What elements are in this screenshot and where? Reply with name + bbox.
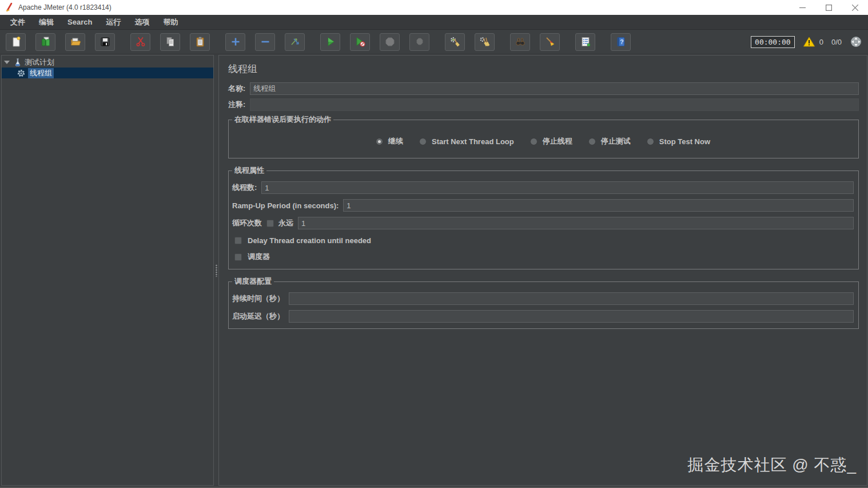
sampler-error-title: 在取样器错误后要执行的动作 — [232, 114, 333, 125]
remote-status-icon — [850, 35, 862, 48]
duration-input[interactable] — [289, 292, 854, 305]
threads-input[interactable] — [261, 181, 854, 194]
close-icon[interactable] — [842, 0, 868, 15]
comments-input[interactable] — [250, 98, 859, 111]
search-reset-button[interactable] — [540, 33, 560, 51]
stop-button[interactable] — [380, 33, 400, 51]
delay-creation-checkbox[interactable] — [234, 237, 242, 244]
radio-stop-test-now[interactable]: Stop Test Now — [647, 137, 710, 146]
log-errors-indicator[interactable]: 0 — [803, 36, 823, 47]
menu-options[interactable]: 选项 — [129, 15, 155, 29]
clear-all-button[interactable] — [475, 33, 495, 51]
scheduler-config-fieldset: 调度器配置 持续时间（秒） 启动延迟（秒） — [228, 276, 859, 329]
maximize-icon[interactable] — [815, 0, 842, 15]
start-no-pauses-button[interactable] — [350, 33, 370, 51]
name-row: 名称: — [228, 82, 859, 95]
tree-item-label[interactable]: 线程组 — [28, 68, 54, 78]
new-file-button[interactable] — [6, 33, 26, 51]
save-icon — [99, 36, 111, 47]
toolbar-group-run — [320, 33, 429, 51]
radio-start-next-loop[interactable]: Start Next Thread Loop — [419, 137, 514, 146]
tree-item-thread-group[interactable]: 线程组 — [2, 68, 213, 78]
delay-creation-label: Delay Thread creation until needed — [248, 236, 371, 245]
expand-all-button[interactable] — [225, 33, 245, 51]
toolbar-status-area: 00:00:00 0 0/0 — [751, 35, 862, 48]
copy-button[interactable] — [160, 33, 180, 51]
radio-stop-thread[interactable]: 停止线程 — [530, 136, 572, 146]
copy-icon — [165, 36, 176, 47]
paste-button[interactable] — [190, 33, 210, 51]
menu-search[interactable]: Search — [62, 16, 98, 28]
templates-button[interactable] — [35, 33, 55, 51]
search-button[interactable] — [510, 33, 530, 51]
toggle-button[interactable] — [285, 33, 305, 51]
search-binoculars-icon — [515, 36, 526, 47]
clear-all-broom-icon — [479, 36, 491, 47]
forever-label: 永远 — [278, 218, 293, 228]
svg-text:?: ? — [620, 38, 623, 45]
name-input[interactable] — [250, 82, 859, 95]
shutdown-button[interactable] — [409, 33, 429, 51]
function-helper-button[interactable] — [575, 33, 595, 51]
error-count: 0 — [819, 38, 823, 46]
radio-stop-test[interactable]: 停止测试 — [588, 136, 631, 146]
splitter-grip[interactable] — [216, 264, 217, 277]
radio-icon[interactable] — [419, 138, 427, 145]
open-button[interactable] — [65, 33, 85, 51]
menu-help[interactable]: 帮助 — [157, 15, 184, 29]
loop-count-label: 循环次数 — [232, 218, 262, 228]
forever-checkbox[interactable] — [266, 220, 274, 227]
startup-delay-row: 启动延迟（秒） — [232, 310, 854, 323]
scheduler-config-title: 调度器配置 — [232, 276, 274, 287]
test-plan-flask-icon — [13, 58, 22, 67]
startup-delay-input[interactable] — [289, 310, 854, 323]
delay-creation-row: Delay Thread creation until needed — [234, 236, 854, 245]
radio-icon[interactable] — [647, 138, 654, 145]
toolbar-group-edit — [130, 33, 210, 51]
rampup-row: Ramp-Up Period (in seconds): — [232, 199, 854, 212]
paste-clipboard-icon — [194, 36, 206, 47]
test-plan-tree: 测试计划 线程组 — [1, 55, 214, 486]
tree-item-label[interactable]: 测试计划 — [25, 57, 54, 68]
rampup-label: Ramp-Up Period (in seconds): — [232, 201, 339, 210]
search-reset-broom-icon — [544, 36, 556, 47]
shutdown-icon — [414, 36, 425, 47]
start-play-icon — [325, 36, 336, 47]
cut-button[interactable] — [130, 33, 150, 51]
rampup-input[interactable] — [343, 199, 854, 212]
scheduler-label: 调度器 — [248, 252, 270, 262]
start-button[interactable] — [320, 33, 340, 51]
comments-row: 注释: — [228, 98, 859, 111]
radio-icon[interactable] — [376, 138, 383, 145]
minimize-icon[interactable] — [789, 0, 815, 15]
toggle-arrows-icon — [289, 36, 301, 47]
radio-icon[interactable] — [588, 138, 596, 145]
help-button[interactable]: ? — [611, 33, 631, 51]
toolbar-group-tree — [225, 33, 305, 51]
menu-file[interactable]: 文件 — [5, 15, 31, 29]
scheduler-checkbox[interactable] — [234, 253, 242, 261]
help-book-icon: ? — [615, 36, 627, 47]
panel-title: 线程组 — [228, 62, 859, 76]
stop-octagon-icon — [384, 36, 396, 47]
watermark: 掘金技术社区 @ 不惑_ — [687, 454, 857, 476]
radio-icon[interactable] — [530, 138, 537, 145]
duration-row: 持续时间（秒） — [232, 292, 854, 305]
threads-row: 线程数: — [232, 181, 854, 194]
tree-expand-caret-icon[interactable] — [4, 61, 10, 64]
sampler-error-options: 继续 Start Next Thread Loop 停止线程 停止测试 Stop… — [232, 128, 854, 153]
clear-button[interactable] — [445, 33, 465, 51]
toolbar: ? 00:00:00 0 0/0 — [0, 30, 868, 54]
active-thread-count: 0/0 — [831, 38, 842, 46]
menu-edit[interactable]: 编辑 — [33, 15, 59, 29]
menu-run[interactable]: 运行 — [100, 15, 126, 29]
save-button[interactable] — [95, 33, 115, 51]
collapse-all-button[interactable] — [255, 33, 275, 51]
tree-main-splitter[interactable] — [214, 55, 218, 486]
loop-count-input[interactable] — [298, 217, 854, 229]
toolbar-group-search — [510, 33, 560, 51]
tree-item-test-plan[interactable]: 测试计划 — [2, 57, 213, 68]
function-helper-icon — [580, 36, 591, 47]
toolbar-group-clear — [445, 33, 495, 51]
radio-continue[interactable]: 继续 — [376, 136, 403, 146]
